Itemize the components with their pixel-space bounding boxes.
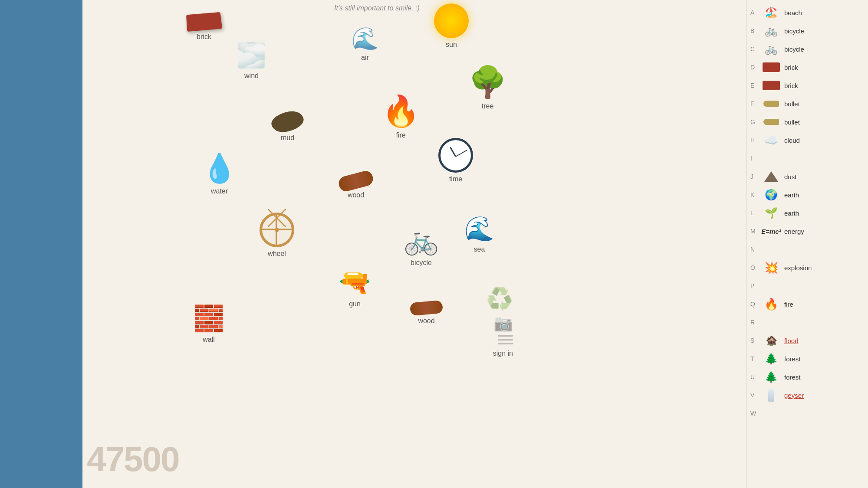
alpha-letter-o: O [750, 264, 760, 271]
item-wheel[interactable]: wheel [260, 213, 294, 258]
alpha-item-n[interactable]: N [747, 240, 868, 259]
sign-in-label: sign in [493, 350, 513, 357]
main-canvas[interactable]: It's still important to smile. :) 47500 … [82, 0, 746, 488]
alpha-item-v[interactable]: V geyser [747, 386, 868, 404]
water-icon: 💧 [202, 152, 237, 185]
alpha-item-w[interactable]: W [747, 404, 868, 422]
item-sign-in[interactable]: ♻️ 📷 sign in [486, 286, 513, 357]
left-panel [0, 0, 82, 488]
alpha-item-h[interactable]: H ☁️ cloud [747, 131, 868, 149]
air-icon: 🌊 [352, 26, 378, 51]
item-brick[interactable]: brick [187, 13, 221, 41]
right-panel: A 🏖️ beach B 🚲 bicycle C 🚲 bicycle D bri… [746, 0, 868, 488]
alpha-item-i[interactable]: I [747, 149, 868, 167]
alpha-letter-t: T [750, 355, 760, 362]
wall-label: wall [203, 336, 215, 344]
earth-k-alpha-label: earth [784, 191, 799, 199]
camera-icon: 📷 [493, 314, 513, 332]
item-water[interactable]: 💧 water [202, 152, 237, 195]
wheel-label: wheel [268, 250, 286, 258]
wood2-label: wood [418, 317, 434, 325]
air-label: air [361, 54, 369, 62]
alpha-item-a[interactable]: A 🏖️ beach [747, 3, 868, 22]
fire-q-alpha-icon: 🔥 [760, 296, 783, 312]
brick-icon [186, 12, 222, 32]
geyser-v-alpha-icon [760, 387, 783, 403]
alpha-item-m[interactable]: M E=mc² energy [747, 222, 868, 240]
alpha-item-l[interactable]: L 🌱 earth [747, 204, 868, 222]
geyser-v-alpha-label: geyser [784, 392, 804, 399]
alpha-item-k[interactable]: K 🌍 earth [747, 186, 868, 204]
wood-label: wood [348, 191, 364, 199]
score-display: 47500 [87, 439, 179, 479]
forest-u-alpha-label: forest [784, 373, 801, 381]
bicycle-c-alpha-icon: 🚲 [760, 41, 783, 57]
flood-s-alpha-label: flood [784, 337, 799, 344]
earth-l-alpha-label: earth [784, 210, 799, 217]
message-text: It's still important to smile. :) [334, 4, 420, 12]
alpha-letter-j: J [750, 173, 760, 180]
forest-u-alpha-icon: 🌲 [760, 369, 783, 385]
alpha-item-q[interactable]: Q 🔥 fire [747, 295, 868, 313]
item-gun[interactable]: 🔫 gun [339, 267, 371, 308]
bullet-g-alpha-icon [760, 114, 783, 130]
item-wind[interactable]: 🌫️ wind [237, 41, 266, 80]
item-air[interactable]: 🌊 air [352, 26, 378, 62]
item-bicycle[interactable]: 🚲 bicycle [404, 223, 439, 267]
item-mud[interactable]: mud [271, 112, 304, 142]
beach-alpha-label: beach [784, 9, 802, 16]
cloud-h-alpha-icon: ☁️ [760, 132, 783, 148]
alpha-item-e[interactable]: E brick [747, 76, 868, 95]
alpha-letter-n: N [750, 246, 760, 253]
sun-label: sun [446, 41, 457, 49]
sun-icon [434, 3, 469, 38]
energy-m-alpha-icon: E=mc² [760, 223, 783, 239]
item-sun[interactable]: sun [434, 3, 469, 49]
alpha-item-b[interactable]: B 🚲 bicycle [747, 22, 868, 40]
item-fire[interactable]: 🔥 fire [382, 93, 420, 139]
item-time[interactable]: time [438, 138, 473, 183]
recycle-icon: ♻️ [486, 286, 513, 311]
empty-r-alpha-icon [760, 314, 783, 330]
item-wall[interactable]: 🧱 wall [193, 304, 224, 344]
item-sea[interactable]: 🌊 sea [464, 215, 494, 253]
alpha-item-j[interactable]: J dust [747, 167, 868, 186]
alpha-item-f[interactable]: F bullet [747, 95, 868, 113]
alpha-item-s[interactable]: S 🏚️ flood [747, 331, 868, 350]
time-label: time [449, 175, 462, 183]
alpha-item-o[interactable]: O 💥 explosion [747, 259, 868, 277]
mud-label: mud [281, 134, 294, 142]
alpha-letter-m: M [750, 228, 760, 235]
item-wood[interactable]: wood [339, 174, 373, 199]
tree-label: tree [482, 102, 494, 110]
explosion-o-alpha-label: explosion [784, 264, 812, 272]
alpha-item-r[interactable]: R [747, 313, 868, 331]
alpha-item-c[interactable]: C 🚲 bicycle [747, 40, 868, 58]
brick-label: brick [197, 33, 211, 41]
sea-label: sea [474, 246, 485, 253]
forest-t-alpha-icon: 🌲 [760, 351, 783, 367]
clock-icon [438, 138, 473, 173]
alpha-item-g[interactable]: G bullet [747, 113, 868, 131]
wind-icon: 🌫️ [237, 41, 266, 69]
alpha-item-t[interactable]: T 🌲 forest [747, 350, 868, 368]
alpha-item-u[interactable]: U 🌲 forest [747, 368, 868, 386]
alpha-letter-k: K [750, 191, 760, 198]
alpha-letter-w: W [750, 410, 760, 417]
alpha-letter-h: H [750, 137, 760, 144]
alpha-letter-e: E [750, 82, 760, 89]
item-tree[interactable]: 🌳 tree [469, 64, 506, 110]
wheel-icon [260, 213, 294, 247]
item-wood2[interactable]: wood [410, 301, 443, 325]
alpha-item-d[interactable]: D brick [747, 58, 868, 76]
empty-p-alpha-icon [760, 278, 783, 294]
brick-e-alpha-label: brick [784, 82, 798, 89]
fire-label: fire [396, 131, 405, 139]
alpha-item-p[interactable]: P [747, 277, 868, 295]
energy-m-alpha-label: energy [784, 228, 804, 235]
alpha-letter-p: P [750, 282, 760, 289]
alpha-letter-q: Q [750, 301, 760, 308]
dust-j-alpha-label: dust [784, 173, 796, 180]
fire-q-alpha-label: fire [784, 301, 793, 308]
dust-j-alpha-icon [760, 169, 783, 184]
